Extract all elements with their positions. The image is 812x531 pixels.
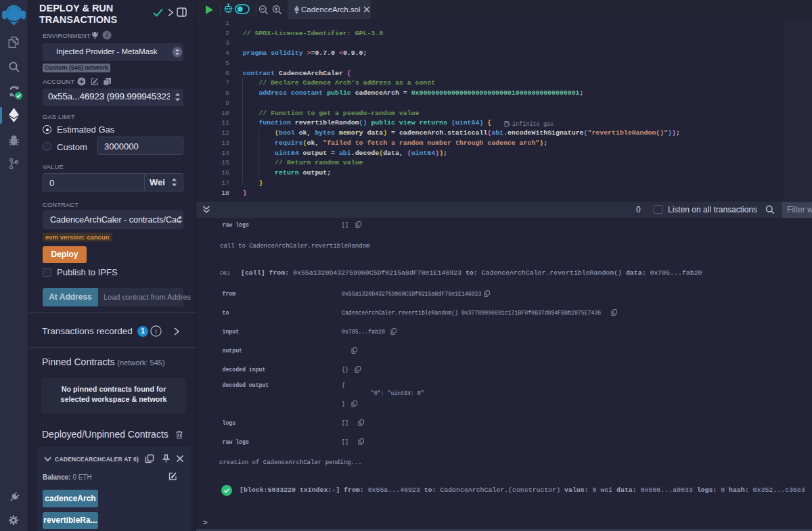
svg-text:i: i	[155, 327, 157, 335]
svg-text:i: i	[106, 32, 108, 39]
